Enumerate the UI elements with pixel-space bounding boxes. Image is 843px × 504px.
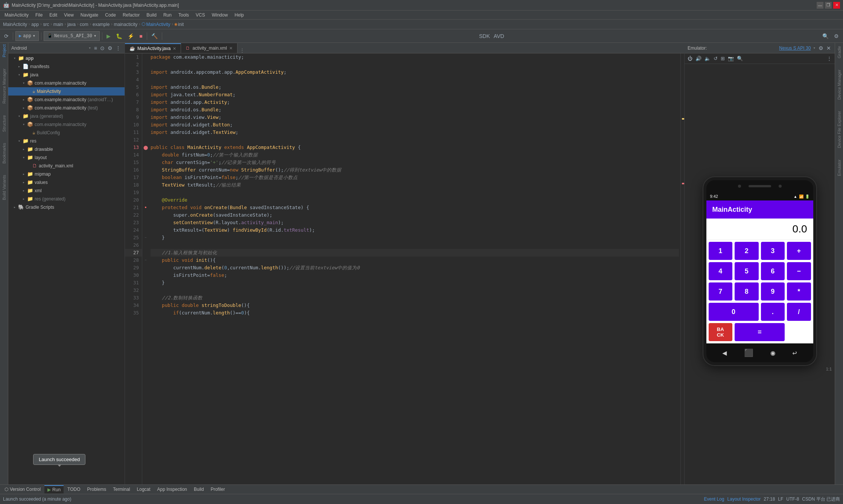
bottom-tab-logcat[interactable]: Logcat [134, 485, 154, 493]
tree-layout[interactable]: ▾ 📁 layout [8, 153, 125, 162]
breadcrumb-app[interactable]: app [31, 22, 39, 27]
close-button[interactable]: ✕ [833, 2, 840, 9]
device-dropdown[interactable]: 📱 Nexus_5_API_30 ▾ [44, 31, 100, 41]
calc-btn-0[interactable]: 0 [709, 303, 759, 321]
breadcrumb-example[interactable]: example [93, 22, 110, 27]
tree-app[interactable]: ▾ 📁 app [8, 54, 125, 62]
bottom-tab-problems[interactable]: Problems [84, 485, 110, 493]
debug-button[interactable]: 🐛 [114, 32, 124, 40]
tree-res-generated[interactable]: ▸ 📁 res (generated) [8, 195, 125, 203]
menu-view[interactable]: View [61, 12, 77, 18]
tree-res[interactable]: ▾ 📁 res [8, 137, 125, 145]
phone-recent-button[interactable]: ◉ [771, 348, 775, 358]
bottom-tab-run[interactable]: ▶ Run [44, 485, 64, 493]
sidebar-bookmarks-label[interactable]: Bookmarks [2, 143, 6, 164]
bottom-tab-profiler[interactable]: Profiler [208, 485, 228, 493]
tree-pkg-test[interactable]: ▸ 📦 com.example.mainacticity (test) [8, 104, 125, 112]
emu-more-button[interactable]: ⋮ [826, 55, 832, 62]
scroll-to-file-button[interactable]: ⊙ [99, 44, 105, 52]
sidebar-structure-label[interactable]: Structure [2, 115, 6, 132]
collapse-all-button[interactable]: ≡ [93, 44, 98, 52]
emu-volume-down-button[interactable]: 🔈 [704, 55, 711, 62]
tree-gradle-scripts[interactable]: ▸ 🐘 Gradle Scripts [8, 203, 125, 211]
sidebar-resource-label[interactable]: Resource Manager [2, 68, 6, 104]
app-config-dropdown[interactable]: ▶ app ▾ [15, 31, 39, 41]
editor-scrollbar[interactable] [680, 53, 684, 484]
emulator-settings-button[interactable]: ⚙ [818, 44, 824, 52]
emu-volume-up-button[interactable]: 🔊 [695, 55, 702, 62]
emu-zoom-button[interactable]: 🔍 [736, 55, 744, 62]
tab-more-button[interactable]: ⋮ [237, 47, 247, 53]
layout-inspector-link[interactable]: Layout Inspector [727, 496, 761, 502]
sidebar-project-label[interactable]: Project [2, 44, 6, 57]
sidebar-device-manager-label[interactable]: Device Manager [837, 70, 841, 100]
menu-help[interactable]: Help [231, 12, 247, 18]
emu-rotate-button[interactable]: ↺ [713, 55, 718, 62]
tab-close-xml[interactable]: ✕ [229, 46, 233, 51]
emu-power-button[interactable]: ⏻ [687, 55, 693, 62]
tree-xml[interactable]: ▸ 📁 xml [8, 187, 125, 195]
calc-btn-2[interactable]: 2 [735, 242, 759, 260]
menu-build[interactable]: Build [143, 12, 160, 18]
tree-mainactivity[interactable]: ▸ ☕ MainActivity [8, 87, 125, 96]
error-gutter-icon-13[interactable]: ⬤ [143, 145, 148, 150]
emulator-dropdown[interactable]: ▾ [813, 46, 816, 50]
tree-java-generated[interactable]: ▾ 📁 java (generated) [8, 112, 125, 120]
menu-run[interactable]: Run [160, 12, 175, 18]
profile-button[interactable]: ⚡ [126, 32, 136, 40]
sidebar-buildvariants-label[interactable]: Build Variants [2, 175, 6, 200]
sidebar-gradle-label[interactable]: Gradle [837, 46, 841, 58]
menu-navigate[interactable]: Navigate [78, 12, 101, 18]
calc-btn-equals[interactable]: = [735, 323, 785, 341]
tree-pkg-android[interactable]: ▸ 📦 com.example.mainacticity (androidT…) [8, 96, 125, 104]
emu-fold-button[interactable]: ⊞ [720, 55, 726, 62]
menu-mainacticity[interactable]: MainActicity [2, 12, 32, 18]
calc-btn-9[interactable]: 9 [761, 282, 785, 301]
tab-activity-main-xml[interactable]: 🗋 activity_main.xml ✕ [181, 43, 237, 53]
window-controls[interactable]: — ❐ ✕ [817, 2, 840, 9]
calc-btn-dot[interactable]: . [761, 303, 785, 321]
breadcrumb-mainacticity[interactable]: MainActicity [3, 22, 27, 27]
menu-vcs[interactable]: VCS [193, 12, 208, 18]
bottom-tab-terminal[interactable]: Terminal [110, 485, 133, 493]
menu-refactor[interactable]: Refactor [120, 12, 143, 18]
tree-pkg-generated[interactable]: ▾ 📦 com.example.mainacticity [8, 120, 125, 129]
tree-buildconfig[interactable]: ▸ ☕ BuildConfig [8, 129, 125, 137]
menu-file[interactable]: File [32, 12, 46, 18]
bottom-tab-todo[interactable]: TODO [64, 485, 83, 493]
event-log-link[interactable]: Event Log [704, 496, 724, 502]
bottom-tab-version-control[interactable]: ⬡ Version Control [2, 485, 44, 493]
search-everywhere-button[interactable]: 🔍 [820, 32, 831, 40]
sdk-manager-button[interactable]: SDK [477, 32, 492, 40]
stop-button[interactable]: ■ [137, 32, 144, 40]
settings-button[interactable]: ⚙ [832, 32, 841, 40]
calc-btn-7[interactable]: 7 [709, 282, 733, 301]
phone-keyboard-button[interactable]: ↩ [793, 348, 797, 358]
emu-snapshot-button[interactable]: 📷 [727, 55, 735, 62]
project-more-button[interactable]: ⋮ [115, 44, 122, 52]
tree-java[interactable]: ▾ 📁 java [8, 71, 125, 79]
calc-btn-3[interactable]: 3 [761, 242, 785, 260]
breadcrumb-java[interactable]: java [67, 22, 76, 27]
tree-mipmap[interactable]: ▸ 📁 mipmap [8, 170, 125, 178]
calc-btn-6[interactable]: 6 [761, 262, 785, 280]
maximize-button[interactable]: ❐ [825, 2, 832, 9]
fold-icon-25[interactable]: − [145, 236, 146, 240]
sidebar-emulator-label[interactable]: Emulator [837, 159, 841, 176]
calc-btn-5[interactable]: 5 [735, 262, 759, 280]
breadcrumb-init[interactable]: init [178, 22, 184, 27]
calc-btn-plus[interactable]: + [787, 242, 811, 260]
breadcrumb-mainactivity[interactable]: MainActivity [146, 22, 170, 27]
calc-btn-multiply[interactable]: * [787, 282, 811, 301]
calc-btn-4[interactable]: 4 [709, 262, 733, 280]
menu-window[interactable]: Window [209, 12, 231, 18]
calc-btn-minus[interactable]: − [787, 262, 811, 280]
tree-values[interactable]: ▸ 📁 values [8, 178, 125, 187]
fold-icon-28[interactable]: − [145, 258, 146, 262]
minimize-button[interactable]: — [817, 2, 823, 9]
phone-back-button[interactable]: ◀ [722, 348, 727, 358]
android-dropdown-arrow[interactable]: ▾ [88, 46, 91, 50]
menu-edit[interactable]: Edit [46, 12, 60, 18]
project-settings-button[interactable]: ⚙ [107, 44, 113, 52]
calc-btn-8[interactable]: 8 [735, 282, 759, 301]
